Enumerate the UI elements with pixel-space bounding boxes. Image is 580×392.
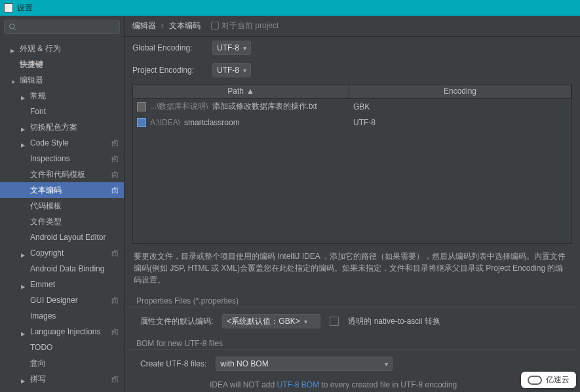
sidebar-item-label: Images	[30, 311, 119, 321]
sidebar-item-4[interactable]: Font	[0, 104, 124, 119]
sidebar-item-3[interactable]: 常规	[0, 88, 124, 104]
global-encoding-value: UTF-8	[217, 43, 239, 52]
chevron-right-icon	[21, 281, 28, 288]
chevron-right-icon: ›	[161, 21, 164, 30]
arrow-spacer	[21, 108, 28, 115]
sidebar-item-19[interactable]: TODO	[0, 340, 124, 355]
chevron-right-icon	[21, 140, 28, 146]
folder-icon	[137, 118, 146, 127]
breadcrumb: 编辑器 › 文本编码 对于当前 project	[125, 16, 580, 37]
path-cell: A:\IDEA\smartclassroom	[133, 118, 349, 127]
chevron-down-icon	[243, 43, 246, 52]
sidebar-item-18[interactable]: Language Injections卣	[0, 324, 124, 340]
path-prefix: ...\数据库和说明\	[150, 101, 208, 112]
project-encoding-combo[interactable]: UTF-8	[212, 63, 251, 77]
sidebar-item-10[interactable]: 代码模板	[0, 198, 124, 214]
col-path[interactable]: Path ▲	[133, 85, 349, 98]
sidebar-item-label: 文本编码	[30, 185, 109, 196]
sidebar-item-7[interactable]: Inspections卣	[0, 151, 124, 167]
sidebar-item-label: 拼写	[30, 374, 109, 385]
encoding-cell[interactable]: GBK	[349, 102, 571, 111]
file-icon	[137, 102, 146, 111]
sidebar-item-13[interactable]: Copyright卣	[0, 245, 124, 261]
content: 外观 & 行为快捷键编辑器常规Font切换配色方案Code Style卣Insp…	[0, 16, 580, 392]
chevron-right-icon	[10, 45, 17, 52]
sidebar-item-label: 文件和代码模板	[30, 169, 109, 180]
sidebar-item-label: Copyright	[30, 248, 109, 258]
cloud-icon	[528, 376, 542, 385]
encoding-cell[interactable]: UTF-8	[349, 118, 571, 127]
sidebar-item-label: 常规	[30, 90, 119, 102]
arrow-spacer	[21, 218, 28, 225]
path-prefix: A:\IDEA\	[150, 118, 180, 127]
search-input[interactable]	[4, 20, 120, 34]
project-encoding-row: Project Encoding: UTF-8	[125, 59, 580, 81]
main-panel: 编辑器 › 文本编码 对于当前 project Global Encoding:…	[125, 16, 580, 392]
arrow-spacer	[21, 171, 28, 178]
global-encoding-row: Global Encoding: UTF-8	[125, 37, 580, 59]
table-row[interactable]: A:\IDEA\smartclassroomUTF-8	[133, 115, 571, 130]
sidebar-item-9[interactable]: 文本编码卣	[0, 182, 124, 198]
native-to-ascii-label: 透明的 native-to-ascii 转换	[348, 316, 440, 327]
table-row[interactable]: ...\数据库和说明\添加或修改数据库表的操作.txtGBK	[133, 99, 571, 115]
scope-icon: 卣	[111, 170, 119, 180]
sidebar-item-16[interactable]: GUI Designer卣	[0, 292, 124, 308]
sidebar-item-1[interactable]: 快捷键	[0, 56, 124, 72]
arrow-spacer	[21, 297, 28, 304]
sidebar-item-8[interactable]: 文件和代码模板卣	[0, 167, 124, 182]
global-encoding-label: Global Encoding:	[132, 43, 204, 52]
path-name: 添加或修改数据库表的操作.txt	[212, 101, 317, 112]
scope-icon: 卣	[111, 374, 119, 384]
properties-row: 属性文件的默认编码: <系统默认值：GBK> 透明的 native-to-asc…	[125, 307, 580, 335]
properties-default-value: <系统默认值：GBK>	[227, 316, 300, 327]
sidebar-item-11[interactable]: 文件类型	[0, 214, 124, 229]
arrow-spacer	[21, 187, 28, 193]
encoding-table: Path ▲ Encoding ...\数据库和说明\添加或修改数据库表的操作.…	[132, 84, 572, 244]
chevron-right-icon	[21, 328, 28, 335]
chevron-down-icon	[385, 359, 388, 368]
sidebar-item-20[interactable]: 意向	[0, 355, 124, 371]
bom-section: BOM for new UTF-8 files	[127, 335, 577, 350]
sidebar-item-2[interactable]: 编辑器	[0, 72, 124, 88]
properties-section: Properties Files (*.properties)	[127, 292, 577, 307]
sidebar-item-label: 编辑器	[20, 75, 119, 86]
sort-asc-icon: ▲	[246, 87, 254, 96]
create-utf8-combo[interactable]: with NO BOM	[216, 357, 393, 371]
sidebar-item-14[interactable]: Android Data Binding	[0, 261, 124, 277]
arrow-spacer	[21, 234, 28, 241]
table-body: ...\数据库和说明\添加或修改数据库表的操作.txtGBKA:\IDEA\sm…	[133, 99, 571, 243]
sidebar-item-label: 文件类型	[30, 216, 119, 227]
arrow-spacer	[21, 313, 28, 319]
sidebar-item-label: 快捷键	[20, 59, 119, 70]
sidebar-item-5[interactable]: 切换配色方案	[0, 119, 124, 135]
sidebar-item-0[interactable]: 外观 & 行为	[0, 41, 124, 56]
sidebar-item-label: TODO	[30, 343, 119, 352]
sidebar-item-17[interactable]: Images	[0, 308, 124, 324]
sidebar-item-15[interactable]: Emmet	[0, 277, 124, 292]
project-encoding-value: UTF-8	[217, 66, 239, 75]
sidebar-item-6[interactable]: Code Style卣	[0, 135, 124, 151]
properties-default-combo[interactable]: <系统默认值：GBK>	[222, 314, 320, 328]
app-icon	[4, 3, 13, 12]
sidebar-item-label: Android Layout Editor	[30, 233, 119, 242]
sidebar-item-label: Android Data Binding	[30, 264, 119, 273]
svg-point-0	[10, 24, 15, 29]
utf8-bom-link[interactable]: UTF-8 BOM	[277, 380, 319, 389]
sidebar-item-21[interactable]: 拼写卣	[0, 371, 124, 387]
col-encoding-label: Encoding	[444, 87, 476, 96]
col-encoding[interactable]: Encoding	[349, 85, 571, 98]
chevron-down-icon	[10, 77, 17, 83]
sidebar-item-label: Emmet	[30, 280, 119, 289]
sidebar-item-12[interactable]: Android Layout Editor	[0, 229, 124, 245]
breadcrumb-a[interactable]: 编辑器	[132, 20, 156, 31]
scope-icon: 卣	[111, 138, 119, 148]
chevron-right-icon	[21, 250, 28, 256]
native-to-ascii-checkbox[interactable]	[330, 317, 339, 326]
settings-tree[interactable]: 外观 & 行为快捷键编辑器常规Font切换配色方案Code Style卣Insp…	[0, 38, 124, 392]
svg-line-1	[14, 28, 16, 30]
arrow-spacer	[10, 61, 17, 68]
chevron-down-icon	[304, 317, 307, 326]
global-encoding-combo[interactable]: UTF-8	[212, 41, 251, 55]
create-utf8-label: Create UTF-8 files:	[140, 359, 206, 368]
sidebar-item-label: 代码模板	[30, 201, 119, 212]
